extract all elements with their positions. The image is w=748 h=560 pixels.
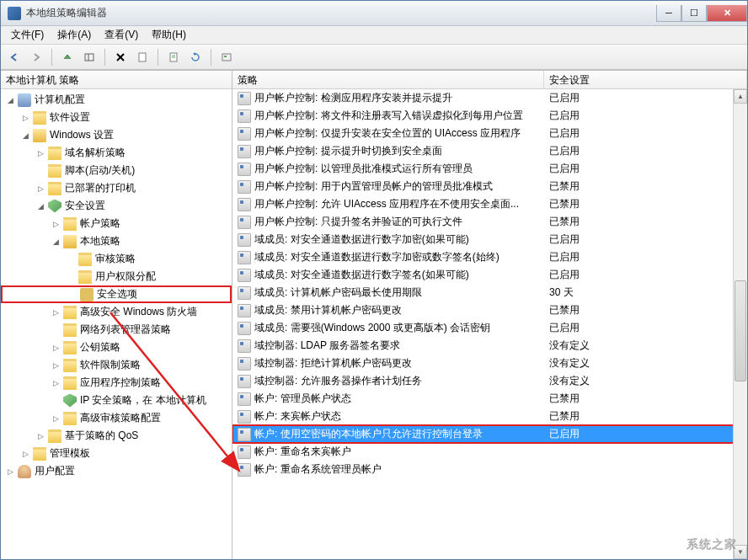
scroll-thumb[interactable] [735, 280, 746, 381]
menu-file[interactable]: 文件(F) [4, 26, 51, 44]
tree-computer-config[interactable]: ◢计算机配置 [1, 91, 232, 109]
tree-admin-templates[interactable]: ▷管理模板 [1, 445, 232, 462]
list-row[interactable]: 用户帐户控制: 用于内置管理员帐户的管理员批准模式已禁用 [232, 178, 747, 195]
tree-label: 软件限制策略 [80, 358, 141, 372]
close-button[interactable] [707, 5, 747, 22]
filter-button[interactable] [216, 47, 237, 67]
tree-public-key[interactable]: ▷公钥策略 [1, 339, 232, 356]
minimize-button[interactable] [656, 5, 681, 22]
list-row[interactable]: 域成员: 需要强(Windows 2000 或更高版本) 会话密钥已启用 [232, 319, 747, 337]
policy-icon [238, 428, 251, 441]
tree-audit-policy[interactable]: ▷审核策略 [1, 250, 232, 268]
row-policy-text: 帐户: 重命名来宾帐户 [254, 445, 544, 459]
svg-rect-0 [85, 54, 94, 61]
tree-label: 安全设置 [65, 199, 105, 213]
list-row[interactable]: 域成员: 计算机帐户密码最长使用期限30 天 [232, 284, 747, 301]
list-row[interactable]: 域控制器: 允许服务器操作者计划任务没有定义 [232, 372, 747, 390]
row-policy-text: 域成员: 需要强(Windows 2000 或更高版本) 会话密钥 [254, 321, 544, 335]
row-policy-text: 帐户: 来宾帐户状态 [254, 409, 544, 424]
tree-app-control[interactable]: ▷应用程序控制策略 [1, 374, 232, 392]
row-policy-text: 域控制器: 拒绝计算机帐户密码更改 [254, 356, 544, 371]
folder-icon [48, 429, 61, 443]
tree-label: 脚本(启动/关机) [65, 163, 135, 178]
policy-icon [238, 392, 251, 406]
tree-windows-settings[interactable]: ◢Windows 设置 [1, 126, 232, 144]
policy-icon [238, 445, 251, 459]
tree-windows-firewall[interactable]: ▷高级安全 Windows 防火墙 [1, 303, 232, 321]
tree-user-rights[interactable]: ▷用户权限分配 [1, 268, 232, 285]
tree-security-options[interactable]: ▷安全选项 [1, 285, 232, 303]
menu-help[interactable]: 帮助(H) [145, 26, 193, 44]
tree-panel: 本地计算机 策略 ◢计算机配置 ▷软件设置 ◢Windows 设置 ▷域名解析策… [1, 71, 232, 559]
list-row[interactable]: 用户帐户控制: 允许 UIAccess 应用程序在不使用安全桌面...已禁用 [232, 195, 747, 213]
folder-icon [63, 217, 77, 231]
list-row[interactable]: 帐户: 管理员帐户状态已禁用 [232, 390, 747, 408]
maximize-button[interactable] [681, 5, 707, 22]
column-policy[interactable]: 策略 [232, 71, 544, 88]
list-panel: 策略 安全设置 用户帐户控制: 检测应用程序安装并提示提升已启用用户帐户控制: … [232, 71, 747, 559]
scroll-down-button[interactable]: ▼ [734, 545, 747, 559]
computer-icon [18, 93, 31, 107]
policy-icon [238, 163, 251, 176]
list-row[interactable]: 用户帐户控制: 只提升签名并验证的可执行文件已禁用 [232, 213, 747, 231]
list-row[interactable]: 域控制器: 拒绝计算机帐户密码更改没有定义 [232, 355, 747, 372]
column-setting[interactable]: 安全设置 [544, 71, 747, 88]
back-button[interactable] [4, 47, 24, 67]
list-row[interactable]: 用户帐户控制: 提示提升时切换到安全桌面已启用 [232, 142, 747, 160]
export-button[interactable] [163, 47, 184, 67]
list-row[interactable]: 帐户: 重命名系统管理员帐户 [232, 461, 747, 478]
window-title: 本地组策略编辑器 [26, 6, 656, 20]
row-policy-text: 用户帐户控制: 提示提升时切换到安全桌面 [254, 144, 544, 158]
forward-button[interactable] [26, 47, 46, 67]
tree-dns-policy[interactable]: ▷域名解析策略 [1, 144, 232, 162]
svg-rect-5 [224, 56, 227, 57]
show-hide-button[interactable] [79, 47, 99, 67]
list-row[interactable]: 域成员: 对安全通道数据进行数字加密或数字签名(始终)已启用 [232, 248, 747, 266]
list-row[interactable]: 用户帐户控制: 检测应用程序安装并提示提升已启用 [232, 89, 747, 107]
refresh-button[interactable] [185, 47, 206, 67]
properties-button[interactable] [132, 47, 152, 67]
list-row[interactable]: 域成员: 禁用计算机帐户密码更改已禁用 [232, 301, 747, 319]
tree-account-policies[interactable]: ▷帐户策略 [1, 215, 232, 232]
separator [51, 49, 52, 66]
scroll-up-button[interactable]: ▲ [734, 89, 747, 104]
vertical-scrollbar[interactable]: ▲ ▼ [733, 89, 747, 559]
user-icon [18, 465, 31, 478]
list-row[interactable]: 域控制器: LDAP 服务器签名要求没有定义 [232, 337, 747, 355]
tree-security-settings[interactable]: ◢安全设置 [1, 197, 232, 215]
list-row[interactable]: 帐户: 使用空密码的本地帐户只允许进行控制台登录已启用 [232, 425, 747, 443]
folder-icon [78, 270, 92, 284]
svg-rect-2 [139, 53, 146, 61]
menu-action[interactable]: 操作(A) [51, 26, 98, 44]
menu-view[interactable]: 查看(V) [98, 26, 145, 44]
tree-user-config[interactable]: ▷用户配置 [1, 462, 232, 480]
folder-icon [33, 111, 46, 125]
list-row[interactable]: 用户帐户控制: 仅提升安装在安全位置的 UIAccess 应用程序已启用 [232, 125, 747, 142]
row-setting-text: 已禁用 [544, 303, 747, 317]
tree-network-list[interactable]: ▷网络列表管理器策略 [1, 321, 232, 339]
list-row[interactable]: 帐户: 来宾帐户状态已禁用 [232, 408, 747, 425]
list-row[interactable]: 帐户: 重命名来宾帐户 [232, 443, 747, 461]
delete-button[interactable] [110, 47, 131, 67]
tree-deployed-printers[interactable]: ▷已部署的打印机 [1, 179, 232, 197]
tree-local-policies[interactable]: ◢本地策略 [1, 232, 232, 250]
list-row[interactable]: 域成员: 对安全通道数据进行数字签名(如果可能)已启用 [232, 266, 747, 284]
up-button[interactable] [57, 47, 77, 67]
tree-advanced-audit[interactable]: ▷高级审核策略配置 [1, 409, 232, 427]
tree-software-restriction[interactable]: ▷软件限制策略 [1, 356, 232, 374]
tree-ip-security[interactable]: ▷IP 安全策略，在 本地计算机 [1, 392, 232, 409]
tree-label: Windows 设置 [50, 128, 114, 142]
row-setting-text: 已禁用 [544, 179, 747, 194]
scroll-track[interactable] [734, 104, 747, 545]
tree-header[interactable]: 本地计算机 策略 [1, 71, 232, 89]
list-row[interactable]: 用户帐户控制: 以管理员批准模式运行所有管理员已启用 [232, 160, 747, 178]
list-row[interactable]: 用户帐户控制: 将文件和注册表写入错误虚拟化到每用户位置已启用 [232, 107, 747, 125]
folder-icon [63, 323, 77, 337]
row-policy-text: 用户帐户控制: 检测应用程序安装并提示提升 [254, 91, 544, 105]
tree-scripts[interactable]: ▷脚本(启动/关机) [1, 162, 232, 179]
tree-qos[interactable]: ▷基于策略的 QoS [1, 427, 232, 445]
folder-icon [63, 376, 77, 390]
tree-software-settings[interactable]: ▷软件设置 [1, 109, 232, 126]
tree-label: 用户配置 [35, 464, 75, 478]
list-row[interactable]: 域成员: 对安全通道数据进行数字加密(如果可能)已启用 [232, 231, 747, 248]
